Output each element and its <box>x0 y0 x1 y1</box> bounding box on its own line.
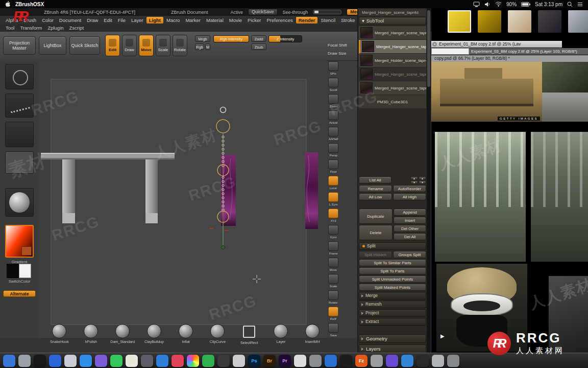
menu-item[interactable]: Marker <box>183 17 203 24</box>
menu-item[interactable]: Preferences <box>264 17 296 24</box>
brush-tray-item[interactable]: InsertMH <box>300 324 325 351</box>
quick-sketch-button[interactable]: Quick Sketch <box>69 36 100 55</box>
menu-item[interactable]: Layer <box>129 17 146 24</box>
right-shelf-button[interactable]: Actual <box>328 110 339 126</box>
menu-item[interactable]: Light <box>146 17 163 24</box>
list-all-button[interactable]: List All <box>359 176 391 183</box>
close-icon[interactable]: × <box>432 42 437 47</box>
alpha-selector[interactable] <box>5 122 34 147</box>
mode-button[interactable]: Edit <box>105 35 120 56</box>
reference-thumbnail[interactable] <box>508 10 531 33</box>
right-shelf-button[interactable]: Floor <box>328 159 339 175</box>
tool-panel-scrollbar[interactable] <box>427 8 431 353</box>
subtool-up-icon[interactable]: ▲ <box>410 176 418 180</box>
menu-item[interactable]: Stencil <box>318 17 338 24</box>
merge-section-header[interactable]: Merge <box>359 292 426 300</box>
wifi-icon[interactable] <box>495 2 502 7</box>
brush-tray-item[interactable]: ClayBuildup <box>142 324 166 351</box>
menu-item[interactable]: Macro <box>164 17 182 24</box>
dock-app-icon[interactable]: Pr <box>279 355 291 367</box>
dock-app-icon[interactable] <box>233 355 245 367</box>
dock-app-icon[interactable] <box>18 355 31 367</box>
play-arrow-icon[interactable]: ▶ <box>440 333 445 339</box>
right-shelf-button[interactable]: Frame <box>328 241 339 257</box>
brush-tray-item[interactable]: ClipCurve <box>205 324 230 351</box>
reference-thumbnail[interactable] <box>538 10 561 33</box>
split-masked-button[interactable]: Split Masked Points <box>359 284 426 291</box>
right-shelf-button[interactable]: Scroll <box>328 78 339 94</box>
brush-tray-item[interactable]: hPolish <box>79 324 103 351</box>
dock-app-icon[interactable] <box>447 355 459 367</box>
extract-section-header[interactable]: Extract <box>359 318 426 326</box>
subtool-bottom-icon[interactable]: ▼ <box>419 180 426 184</box>
dock-app-icon[interactable] <box>126 355 138 367</box>
dock-app-icon[interactable]: Br <box>263 355 276 367</box>
color-picker[interactable] <box>5 225 34 258</box>
reference-thumbnail[interactable] <box>448 10 471 33</box>
draw-size-slider[interactable]: Draw Size <box>328 51 356 56</box>
subtool-row[interactable]: Merged_Holder_scene_tapr4d <box>359 54 426 67</box>
menu-item[interactable]: Stroke <box>338 17 357 24</box>
rename-button[interactable]: Rename <box>359 185 392 192</box>
dock-app-icon[interactable] <box>49 355 61 367</box>
dock-app-icon[interactable] <box>401 355 413 367</box>
mrgb-button[interactable]: Mrgb <box>195 35 210 42</box>
switchcolor-label[interactable]: SwitchColor <box>0 279 39 284</box>
secondary-color-swatch[interactable] <box>19 264 31 278</box>
autoreorder-button[interactable]: AutoReorder <box>393 185 426 192</box>
menu-item[interactable]: Material <box>204 17 226 24</box>
reference-thumbnail[interactable] <box>478 10 501 33</box>
right-shelf-button[interactable]: Gyro <box>328 225 339 241</box>
apple-menu-icon[interactable] <box>5 1 10 7</box>
right-shelf-button[interactable]: Move <box>328 258 339 273</box>
dock-app-icon[interactable] <box>386 355 398 367</box>
focal-shift-slider[interactable]: Focal Shift <box>328 43 356 48</box>
photoshop-titlebar-1[interactable]: × Experiment_01_BM copy 2.tif @ 25% (Lav <box>431 41 562 48</box>
right-shelf-button[interactable]: L.Sym <box>328 192 339 208</box>
insert-button[interactable]: Insert <box>394 217 426 224</box>
subtool-top-icon[interactable]: ▲ <box>419 176 426 180</box>
split-similar-button[interactable]: Split To Similar Parts <box>359 259 426 266</box>
menu-item[interactable]: Movie <box>227 17 244 24</box>
photoshop-titlebar-3[interactable]: copy.psd @ 66.7% (Layer 80, RGB/8) * <box>431 55 588 62</box>
menu-item[interactable]: Draw <box>84 17 101 24</box>
dock-app-icon[interactable] <box>187 355 199 367</box>
brush-tray-item[interactable]: SnakeHook <box>47 324 71 351</box>
brush-tray-item[interactable]: SelectRect <box>237 324 261 351</box>
menu-item[interactable]: Color <box>39 17 56 24</box>
active-label[interactable]: Active <box>231 10 243 15</box>
menu-item[interactable]: Document <box>57 17 84 24</box>
dock-app-icon[interactable] <box>325 355 337 367</box>
right-shelf-button[interactable]: Persp <box>328 143 339 159</box>
active-tool-name[interactable]: Merged_Hanger_scene_tapr4d <box>359 9 426 16</box>
subtool-row[interactable]: Merged_Hanger_scene_tapr4d <box>359 26 426 40</box>
subtool-row[interactable]: Merged_Hanger_scene_tapr4d <box>359 81 426 95</box>
z-intensity-slider[interactable]: Z Intensity <box>268 35 302 42</box>
dock-app-icon[interactable] <box>34 355 46 367</box>
projection-master-button[interactable]: Projection Master <box>3 36 36 55</box>
dock-app-icon[interactable] <box>217 355 230 367</box>
subtool-row[interactable]: Merged_Hanger_scene_tapr4d <box>359 40 426 54</box>
mode-button[interactable]: Draw <box>122 35 137 56</box>
photoshop-field[interactable] <box>431 48 469 55</box>
append-button[interactable]: Append <box>394 209 426 216</box>
dock-app-icon[interactable] <box>141 355 153 367</box>
rgb-button[interactable]: Rgb <box>195 43 204 50</box>
stroke-selector[interactable] <box>5 94 34 118</box>
subtool-down-icon[interactable]: ▼ <box>410 180 418 184</box>
subtool-row[interactable]: Merged_Hanger_scene_tapr4d <box>359 67 426 81</box>
dock-app-icon[interactable] <box>156 355 168 367</box>
soldier-photo-1[interactable] <box>542 62 588 93</box>
warehouse-photo-left[interactable] <box>435 132 526 262</box>
dock-app-icon[interactable] <box>202 355 214 367</box>
menu-item[interactable]: Zplugin <box>45 25 66 31</box>
right-shelf-button[interactable]: Scale <box>328 274 339 290</box>
brush-tray-item[interactable]: Layer <box>268 324 293 351</box>
lightbox-button[interactable]: LightBox <box>39 36 66 55</box>
dock-app-icon[interactable] <box>340 355 352 367</box>
dock-app-icon[interactable] <box>3 355 15 367</box>
menu-item[interactable]: Zscript <box>67 25 87 31</box>
dock-app-icon[interactable] <box>309 355 322 367</box>
menu-item[interactable]: Tool <box>3 25 17 31</box>
texture-selector[interactable] <box>5 151 34 174</box>
